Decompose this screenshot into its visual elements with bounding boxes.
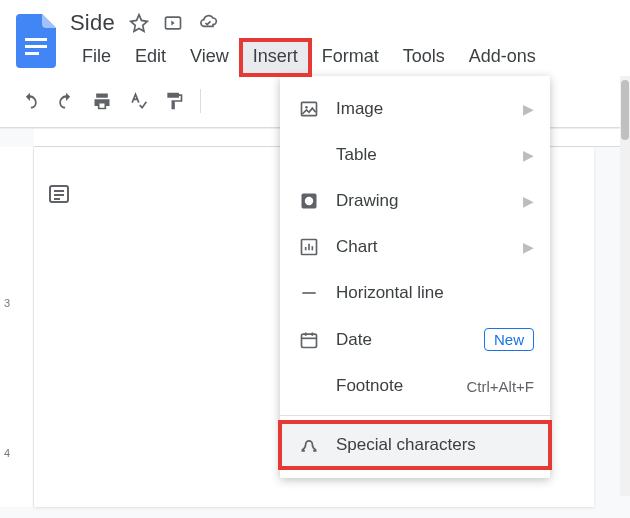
toolbar-separator — [200, 89, 201, 113]
cloud-status-icon[interactable] — [197, 13, 219, 33]
undo-button[interactable] — [14, 85, 46, 117]
svg-rect-2 — [25, 52, 39, 55]
omega-icon — [298, 434, 320, 456]
insert-chart-label: Chart — [336, 237, 507, 257]
insert-horizontal-line[interactable]: Horizontal line — [280, 270, 550, 316]
insert-special-label: Special characters — [336, 435, 534, 455]
svg-point-11 — [305, 197, 313, 205]
insert-dropdown: Image ▶ Table ▶ Drawing ▶ Chart ▶ Horizo… — [280, 76, 550, 478]
menu-file[interactable]: File — [70, 40, 123, 75]
insert-drawing-label: Drawing — [336, 191, 507, 211]
insert-image[interactable]: Image ▶ — [280, 86, 550, 132]
submenu-arrow-icon: ▶ — [523, 147, 534, 163]
vruler-tick-4: 4 — [4, 447, 10, 459]
insert-footnote-label: Footnote — [336, 376, 450, 396]
menu-format[interactable]: Format — [310, 40, 391, 75]
footnote-shortcut: Ctrl+Alt+F — [466, 378, 534, 395]
menu-tools[interactable]: Tools — [391, 40, 457, 75]
scroll-thumb[interactable] — [621, 80, 629, 140]
title-area: Side File Edit View Insert Format Tools … — [70, 8, 620, 75]
insert-drawing[interactable]: Drawing ▶ — [280, 178, 550, 224]
header: Side File Edit View Insert Format Tools … — [0, 0, 630, 75]
new-badge: New — [484, 328, 534, 351]
calendar-icon — [298, 329, 320, 351]
image-icon — [298, 98, 320, 120]
insert-date-label: Date — [336, 330, 468, 350]
redo-button[interactable] — [50, 85, 82, 117]
star-icon[interactable] — [129, 13, 149, 33]
insert-special-characters[interactable]: Special characters — [280, 422, 550, 468]
title-row: Side — [70, 8, 620, 36]
vertical-ruler[interactable]: 3 4 — [0, 147, 34, 507]
drawing-icon — [298, 190, 320, 212]
move-icon[interactable] — [163, 13, 183, 33]
menu-view[interactable]: View — [178, 40, 241, 75]
submenu-arrow-icon: ▶ — [523, 101, 534, 117]
svg-rect-0 — [25, 38, 47, 41]
submenu-arrow-icon: ▶ — [523, 193, 534, 209]
insert-image-label: Image — [336, 99, 507, 119]
submenu-arrow-icon: ▶ — [523, 239, 534, 255]
menu-insert[interactable]: Insert — [241, 40, 310, 75]
paint-format-button[interactable] — [158, 85, 190, 117]
chart-icon — [298, 236, 320, 258]
title-icons — [129, 13, 219, 33]
menu-addons[interactable]: Add-ons — [457, 40, 548, 75]
dropdown-scrollbar[interactable] — [620, 76, 630, 496]
spellcheck-button[interactable] — [122, 85, 154, 117]
vruler-tick-3: 3 — [4, 297, 10, 309]
svg-point-9 — [305, 106, 308, 109]
footnote-icon-placeholder — [298, 375, 320, 397]
document-title[interactable]: Side — [70, 10, 115, 36]
svg-rect-17 — [302, 334, 317, 347]
menu-edit[interactable]: Edit — [123, 40, 178, 75]
insert-table[interactable]: Table ▶ — [280, 132, 550, 178]
insert-table-label: Table — [336, 145, 507, 165]
horizontal-line-icon — [298, 282, 320, 304]
insert-chart[interactable]: Chart ▶ — [280, 224, 550, 270]
svg-rect-1 — [25, 45, 47, 48]
outline-toggle-button[interactable] — [42, 177, 76, 211]
insert-date[interactable]: Date New — [280, 316, 550, 363]
table-icon-placeholder — [298, 144, 320, 166]
docs-logo-icon[interactable] — [16, 14, 56, 68]
print-button[interactable] — [86, 85, 118, 117]
insert-footnote[interactable]: Footnote Ctrl+Alt+F — [280, 363, 550, 409]
insert-hline-label: Horizontal line — [336, 283, 534, 303]
dropdown-separator — [280, 415, 550, 416]
menubar: File Edit View Insert Format Tools Add-o… — [70, 40, 620, 75]
